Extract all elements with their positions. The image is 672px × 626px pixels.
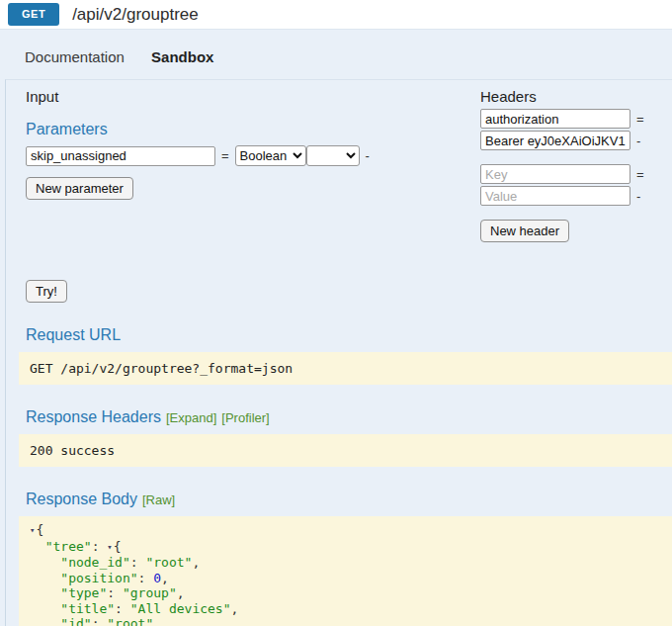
dash-sign: - (636, 189, 640, 204)
json-line: "id": "root", (30, 616, 661, 626)
request-url-heading: Request URL (26, 326, 672, 344)
json-token (30, 601, 60, 616)
json-token: : (92, 616, 108, 626)
collapse-toggle-icon[interactable]: ▾ (30, 525, 35, 535)
response-headers-title: Response Headers (26, 408, 161, 425)
header-value-input[interactable] (480, 186, 630, 206)
json-token: { (114, 539, 122, 554)
json-token: , (231, 601, 239, 616)
json-line: "type": "group", (30, 585, 661, 601)
dash-sign: - (366, 148, 370, 163)
json-token: , (177, 585, 185, 600)
json-token (30, 616, 60, 626)
json-line: "position": 0, (30, 571, 661, 586)
json-line: "node_id": "root", (30, 555, 661, 571)
header-row: - (480, 186, 650, 206)
header-row: = (480, 109, 650, 129)
json-token: "type" (60, 585, 107, 600)
header-value-input[interactable] (480, 131, 630, 150)
json-token: "position" (60, 571, 137, 585)
new-parameter-button[interactable]: New parameter (26, 177, 133, 200)
json-token: "tree" (45, 539, 92, 554)
json-token: "root" (145, 555, 192, 570)
view-tabs: Documentation Sandbox (25, 48, 672, 65)
json-token: , (192, 555, 200, 570)
json-token: "group" (123, 585, 177, 600)
json-token: "node_id" (60, 555, 129, 570)
json-line: "title": "All devices", (30, 601, 661, 617)
header-row: - (480, 131, 650, 150)
response-body-heading: Response Body[Raw] (26, 491, 672, 508)
json-token: : (138, 571, 154, 585)
json-token (30, 539, 45, 554)
new-header-button[interactable]: New header (480, 220, 569, 242)
endpoint-header: GET /api/v2/grouptree (0, 0, 672, 30)
json-token: , (161, 571, 169, 585)
json-token: : (92, 539, 108, 554)
json-token: { (36, 522, 43, 537)
json-token (30, 585, 60, 600)
json-token: , (153, 616, 161, 626)
endpoint-path[interactable]: /api/v2/grouptree (72, 5, 199, 25)
input-section-label: Input (26, 88, 376, 105)
parameter-row: = Boolean - (26, 145, 376, 166)
json-line: "tree": ▾{ (30, 539, 661, 556)
response-body-json: ▾{ "tree": ▾{ "node_id": "root", "positi… (19, 516, 672, 626)
headers-section-label: Headers (480, 88, 650, 105)
parameters-heading: Parameters (26, 121, 376, 138)
equals-sign: = (636, 112, 644, 127)
json-token: "title" (60, 601, 115, 616)
json-token: "root" (107, 616, 153, 626)
header-key-input[interactable] (480, 164, 630, 184)
http-method-badge[interactable]: GET (8, 3, 59, 26)
raw-link[interactable]: [Raw] (142, 492, 175, 507)
parameter-name-input[interactable] (26, 146, 215, 166)
profiler-link[interactable]: [Profiler] (221, 410, 269, 425)
tab-sandbox[interactable]: Sandbox (151, 48, 213, 65)
json-token (30, 555, 60, 570)
equals-sign: = (221, 148, 229, 163)
request-url-value: GET /api/v2/grouptree?_format=json (19, 352, 672, 385)
json-token: 0 (153, 571, 161, 585)
json-token: "id" (60, 616, 91, 626)
json-token: : (107, 585, 123, 600)
header-row: = (480, 164, 650, 184)
json-token: "All devices" (130, 601, 231, 616)
try-button[interactable]: Try! (26, 280, 67, 303)
dash-sign: - (636, 134, 640, 148)
header-key-input[interactable] (480, 109, 630, 129)
parameter-value-select[interactable] (306, 145, 360, 166)
response-body-title: Response Body (26, 491, 137, 507)
collapse-toggle-icon[interactable]: ▾ (107, 542, 112, 552)
json-token: : (130, 555, 146, 570)
response-status: 200 success (19, 434, 672, 467)
json-token: : (115, 601, 130, 616)
sandbox-panel: Input Parameters = Boolean - New paramet… (5, 79, 672, 626)
response-headers-heading: Response Headers[Expand][Profiler] (26, 408, 672, 426)
tab-documentation[interactable]: Documentation (25, 48, 125, 65)
json-token (30, 571, 60, 585)
expand-link[interactable]: [Expand] (166, 410, 216, 425)
parameter-type-select[interactable]: Boolean (235, 145, 306, 166)
equals-sign: = (636, 167, 644, 182)
json-line: ▾{ (30, 522, 661, 539)
